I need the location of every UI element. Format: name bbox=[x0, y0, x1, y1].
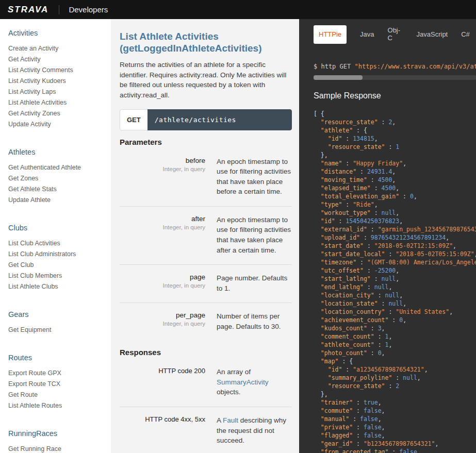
parameter-label-cell: pageInteger, in query bbox=[120, 273, 217, 293]
json-code-line: }, bbox=[314, 390, 476, 398]
json-code-line: "moving_time" : 4500, bbox=[314, 176, 476, 184]
sidebar-item[interactable]: Create an Activity bbox=[8, 43, 111, 54]
response-text-suffix: objects. bbox=[217, 388, 241, 396]
response-model-link[interactable]: SummaryActivity bbox=[217, 378, 269, 386]
json-code-line: "from_accepted_tag" : false, bbox=[314, 448, 476, 453]
sidebar-section: ClubsList Club ActivitiesList Club Admin… bbox=[8, 222, 111, 292]
json-code-line: "end_latlng" : null, bbox=[314, 283, 476, 291]
response-code: HTTP code 200 bbox=[120, 367, 205, 375]
sidebar-item[interactable]: Get Running Race bbox=[8, 444, 111, 453]
sidebar-item[interactable]: Get Club bbox=[8, 260, 111, 271]
code-scrollbar-thumb[interactable] bbox=[314, 75, 363, 80]
parameter-type: Integer, in query bbox=[120, 282, 205, 289]
response-text-prefix: A bbox=[217, 416, 223, 424]
sidebar-section-title[interactable]: Routes bbox=[8, 352, 111, 363]
top-header: STRAVA Developers bbox=[0, 0, 476, 19]
sidebar-item[interactable]: Update Athlete bbox=[8, 195, 111, 206]
tab-httpie[interactable]: HTTPie bbox=[314, 25, 347, 44]
tab-javascript[interactable]: JavaScript bbox=[417, 31, 448, 39]
json-code-line: }, bbox=[314, 151, 476, 159]
sidebar-item[interactable]: List Club Members bbox=[8, 271, 111, 281]
json-code-line: "kudos_count" : 3, bbox=[314, 324, 476, 332]
sidebar-section: RunningRacesGet Running Race bbox=[8, 428, 111, 453]
json-code-line: "commute" : false, bbox=[314, 407, 476, 415]
response-row: HTTP code 4xx, 5xxA Fault describing why… bbox=[120, 407, 292, 453]
json-code-line: "trainer" : true, bbox=[314, 398, 476, 407]
sidebar-item[interactable]: List Activity Comments bbox=[8, 65, 111, 76]
strava-logo[interactable]: STRAVA bbox=[8, 5, 48, 15]
json-code-line: "resource_state" : 2, bbox=[314, 118, 476, 126]
tab-c[interactable]: C# bbox=[461, 31, 470, 39]
sidebar-item[interactable]: List Activity Kudoers bbox=[8, 76, 111, 87]
json-code-line: "location_city" : null, bbox=[314, 291, 476, 299]
page-title: List Athlete Activities (getLoggedInAthl… bbox=[120, 30, 292, 54]
response-model-link[interactable]: Fault bbox=[223, 416, 238, 424]
sidebar-item[interactable]: List Athlete Routes bbox=[8, 400, 111, 411]
sample-response-json: [ { "resource_state" : 2, "athlete" : { … bbox=[314, 110, 476, 453]
sidebar-item[interactable]: Update Activity bbox=[8, 119, 111, 130]
sidebar-section-title[interactable]: Activities bbox=[8, 27, 111, 39]
json-code-line: [ { bbox=[314, 110, 476, 118]
sidebar-section-title[interactable]: Clubs bbox=[8, 222, 111, 233]
response-description: A Fault describing why the request did n… bbox=[217, 415, 292, 446]
sidebar-item[interactable]: List Club Activities bbox=[8, 238, 111, 249]
json-code-line: "private" : false, bbox=[314, 423, 476, 431]
sidebar-item[interactable]: Get Route bbox=[8, 390, 111, 400]
sidebar-item[interactable]: Export Route GPX bbox=[8, 368, 111, 379]
endpoint-path: /athlete/activities bbox=[147, 109, 292, 130]
sidebar-item[interactable]: Export Route TCX bbox=[8, 379, 111, 390]
parameter-type: Integer, in query bbox=[120, 166, 205, 172]
sidebar-section-title[interactable]: Athletes bbox=[8, 146, 111, 158]
sidebar-item[interactable]: Get Activity bbox=[8, 54, 111, 65]
sidebar-item[interactable]: Get Athlete Stats bbox=[8, 184, 111, 195]
parameter-name: page bbox=[120, 273, 205, 281]
json-code-line: "id" : "a12345678987654321", bbox=[314, 365, 476, 374]
json-code-line: "photo_count" : 0, bbox=[314, 349, 476, 357]
sidebar-item[interactable]: Get Activity Zones bbox=[8, 108, 111, 119]
tab-java[interactable]: Java bbox=[360, 31, 374, 39]
developers-link[interactable]: Developers bbox=[69, 5, 108, 14]
responses-heading: Responses bbox=[120, 348, 292, 357]
sidebar-item[interactable]: List Athlete Clubs bbox=[8, 281, 111, 292]
json-code-line: "manual" : false, bbox=[314, 415, 476, 423]
header-divider bbox=[59, 5, 59, 14]
code-scrollbar[interactable] bbox=[314, 75, 476, 80]
sidebar-item[interactable]: Get Authenticated Athlete bbox=[8, 162, 111, 173]
json-code-line: "type" : "Ride", bbox=[314, 200, 476, 209]
parameter-row: per_pageInteger, in queryNumber of items… bbox=[120, 303, 292, 341]
sidebar-item[interactable]: List Activity Laps bbox=[8, 87, 111, 97]
parameter-label-cell: beforeInteger, in query bbox=[120, 157, 217, 197]
json-code-line: "flagged" : false, bbox=[314, 431, 476, 440]
sidebar-item[interactable]: Get Equipment bbox=[8, 325, 111, 335]
json-code-line: "external_id" : "garmin_push_12345678987… bbox=[314, 225, 476, 233]
code-panel: HTTPieJavaObj-CJavaScriptC# $ http GET "… bbox=[299, 19, 476, 453]
sidebar-section-title[interactable]: RunningRaces bbox=[8, 428, 111, 439]
json-code-line: "id" : 154504250376823, bbox=[314, 217, 476, 225]
parameter-type: Integer, in query bbox=[120, 321, 205, 327]
parameter-label-cell: afterInteger, in query bbox=[120, 215, 217, 255]
json-code-line: "timezone" : "(GMT-08:00) America/Los_An… bbox=[314, 258, 476, 266]
json-code-line: "location_state" : null, bbox=[314, 299, 476, 308]
sidebar-item[interactable]: Get Zones bbox=[8, 173, 111, 184]
responses-table: HTTP code 200An array of SummaryActivity… bbox=[120, 359, 292, 453]
sidebar-section: GearsGet Equipment bbox=[8, 309, 111, 335]
json-code-line: "utc_offset" : -25200, bbox=[314, 266, 476, 275]
parameters-heading: Parameters bbox=[120, 138, 292, 146]
sidebar-item[interactable]: List Club Administrators bbox=[8, 249, 111, 260]
parameter-name: before bbox=[120, 157, 205, 164]
sidebar-section: AthletesGet Authenticated AthleteGet Zon… bbox=[8, 146, 111, 206]
sidebar-nav: ActivitiesCreate an ActivityGet Activity… bbox=[0, 19, 111, 453]
json-code-line: "distance" : 24931.4, bbox=[314, 167, 476, 176]
json-code-line: "map" : { bbox=[314, 357, 476, 365]
json-code-line: "summary_polyline" : null, bbox=[314, 374, 476, 382]
json-code-line: "elapsed_time" : 4500, bbox=[314, 184, 476, 192]
tab-obj-c[interactable]: Obj-C bbox=[388, 27, 403, 42]
request-snippet: $ http GET "https://www.strava.com/api/v… bbox=[314, 63, 476, 70]
sidebar-section: RoutesExport Route GPXExport Route TCXGe… bbox=[8, 352, 111, 411]
json-code-line: "start_latlng" : null, bbox=[314, 275, 476, 283]
parameter-label-cell: per_pageInteger, in query bbox=[120, 311, 217, 331]
json-code-line: "comment_count" : 1, bbox=[314, 332, 476, 341]
json-code-line: "id" : 134815, bbox=[314, 135, 476, 143]
sidebar-section-title[interactable]: Gears bbox=[8, 309, 111, 320]
sidebar-item[interactable]: List Athlete Activities bbox=[8, 97, 111, 108]
